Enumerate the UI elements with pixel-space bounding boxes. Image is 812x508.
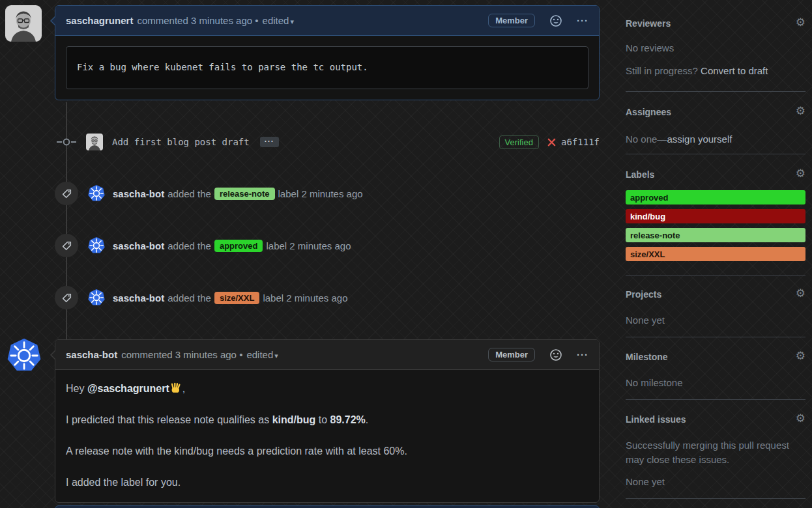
label-chip[interactable]: release-note <box>626 228 805 242</box>
next-comment-partial <box>55 505 600 508</box>
timeline-event: sascha-bot added the size/XXL label 2 mi… <box>55 286 600 309</box>
timeline-event: sascha-bot added the release-note label … <box>55 182 600 205</box>
smiley-icon <box>549 14 562 27</box>
sidebar-divider <box>626 399 805 400</box>
edited-dropdown[interactable]: edited▾ <box>263 15 294 26</box>
sidebar-divider <box>626 498 805 499</box>
assign-yourself-link[interactable]: assign yourself <box>667 134 732 145</box>
comment-paragraph: A release note with the kind/bug needs a… <box>66 444 588 459</box>
event-action-text: added the <box>167 292 211 303</box>
timeline-event: sascha-bot added the approved label 2 mi… <box>55 234 600 257</box>
section-title: Projects <box>626 289 661 300</box>
event-time-text: label 2 minutes ago <box>266 240 351 251</box>
sidebar-section-labels: Labels⚙ approved kind/bug release-note s… <box>626 169 805 266</box>
add-reaction-button[interactable] <box>549 14 562 27</box>
reviewers-hint: Still in progress? Convert to draft <box>626 64 805 78</box>
comment-author-link[interactable]: saschagrunert <box>66 15 133 26</box>
edited-dropdown[interactable]: edited▾ <box>246 349 278 360</box>
linked-issues-desc: Successfully merging this pull request m… <box>626 438 805 467</box>
label-chip[interactable]: kind/bug <box>626 209 805 223</box>
gear-icon[interactable]: ⚙ <box>796 288 805 299</box>
gear-icon[interactable]: ⚙ <box>796 413 805 424</box>
label-chip[interactable]: approved <box>626 190 805 205</box>
git-commit-icon <box>55 137 78 147</box>
chevron-down-icon: ▾ <box>290 18 294 25</box>
kubernetes-logo <box>87 184 106 203</box>
sidebar-section-assignees: Assignees⚙ No one—assign yourself <box>626 107 805 147</box>
comment-timestamp: commented 3 minutes ago • <box>137 15 258 26</box>
sidebar-section-projects: Projects⚙ None yet <box>626 289 805 328</box>
chevron-down-icon: ▾ <box>274 352 278 360</box>
comment-paragraph: I predicted that this release note quali… <box>66 412 588 427</box>
avatar[interactable] <box>6 337 42 374</box>
event-author-link[interactable]: sascha-bot <box>113 292 164 303</box>
comment-header: saschagrunert commented 3 minutes ago • … <box>55 6 599 36</box>
reviewers-empty-text: No reviews <box>626 41 805 55</box>
tag-icon <box>55 286 78 309</box>
code-block: Fix a bug where kubenet fails to parse t… <box>66 46 588 89</box>
gear-icon[interactable]: ⚙ <box>796 106 805 117</box>
event-time-text: label 2 minutes ago <box>278 188 363 199</box>
comment-paragraph: Hey @saschagrunert, <box>66 381 588 396</box>
event-time-text: label 2 minutes ago <box>263 292 347 303</box>
sidebar-divider <box>626 337 805 337</box>
event-action-text: added the <box>167 240 211 251</box>
section-title: Milestone <box>626 352 668 362</box>
comment-body: Fix a bug where kubenet fails to parse t… <box>55 36 599 100</box>
sidebar-divider <box>626 154 805 154</box>
gear-icon[interactable]: ⚙ <box>796 168 805 179</box>
sidebar-section-linked-issues: Linked issues⚙ Successfully merging this… <box>626 414 805 489</box>
kubernetes-logo <box>87 236 106 255</box>
avatar[interactable] <box>87 289 106 307</box>
gear-icon[interactable]: ⚙ <box>796 17 805 28</box>
portrait-photo <box>86 134 103 150</box>
convert-to-draft-link[interactable]: Convert to draft <box>701 65 768 76</box>
avatar[interactable] <box>5 5 42 42</box>
avatar[interactable] <box>87 184 106 203</box>
sidebar-divider <box>626 91 805 92</box>
comment-paragraph: I added the label for you. <box>66 475 588 490</box>
avatar[interactable] <box>87 236 106 255</box>
label-chip[interactable]: size/XXL <box>214 292 259 304</box>
gear-icon[interactable]: ⚙ <box>796 350 805 361</box>
portrait-photo <box>5 5 42 42</box>
comment: saschagrunert commented 3 minutes ago • … <box>55 5 600 100</box>
kubernetes-logo <box>6 337 42 374</box>
kebab-menu-button[interactable]: ··· <box>577 349 588 360</box>
sidebar-section-reviewers: Reviewers⚙ No reviews Still in progress?… <box>626 18 805 78</box>
event-author-link[interactable]: sascha-bot <box>113 188 164 199</box>
member-badge: Member <box>488 14 535 27</box>
mention-link[interactable]: @saschagrunert <box>87 383 169 394</box>
label-chip[interactable]: release-note <box>214 188 275 200</box>
comment-header: sascha-bot commented 3 minutes ago • edi… <box>55 340 599 370</box>
kubernetes-logo <box>87 289 106 307</box>
section-title: Labels <box>626 169 654 180</box>
smiley-icon <box>549 348 562 361</box>
avatar[interactable] <box>86 134 103 150</box>
commit-row: Add first blog post draft ··· Verified a… <box>55 130 600 154</box>
section-title: Reviewers <box>626 18 671 29</box>
comment-timestamp: commented 3 minutes ago • <box>121 349 242 360</box>
kebab-menu-button[interactable]: ··· <box>577 15 588 26</box>
section-title: Assignees <box>626 107 671 117</box>
member-badge: Member <box>488 348 535 361</box>
add-reaction-button[interactable] <box>549 348 562 361</box>
bubble-caret <box>51 350 57 360</box>
commit-sha-link[interactable]: a6f111f <box>561 137 600 147</box>
status-failed-icon[interactable] <box>547 137 557 147</box>
event-author-link[interactable]: sascha-bot <box>113 240 164 251</box>
label-chip[interactable]: approved <box>214 240 263 252</box>
commit-message-link[interactable]: Add first blog post draft <box>112 137 250 147</box>
comment-author-link[interactable]: sascha-bot <box>66 349 117 360</box>
label-chip[interactable]: size/XXL <box>626 247 805 261</box>
milestone-empty-text: No milestone <box>626 376 805 390</box>
assignees-empty-text: No one—assign yourself <box>626 132 805 147</box>
verified-badge[interactable]: Verified <box>499 135 539 149</box>
event-action-text: added the <box>167 188 211 199</box>
sidebar: Reviewers⚙ No reviews Still in progress?… <box>626 0 805 508</box>
section-title: Linked issues <box>626 414 686 425</box>
sidebar-section-milestone: Milestone⚙ No milestone <box>626 352 805 390</box>
comment: sascha-bot commented 3 minutes ago • edi… <box>55 339 600 503</box>
expand-commit-button[interactable]: ··· <box>260 137 279 147</box>
linked-issues-empty-text: None yet <box>626 475 805 489</box>
